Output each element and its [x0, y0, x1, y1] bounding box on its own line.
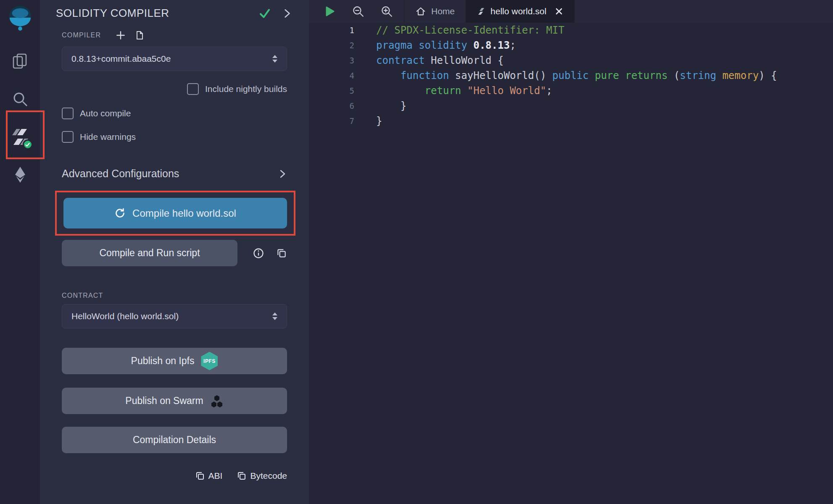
compile-button-label: Compile hello world.sol: [132, 207, 236, 219]
bytecode-label: Bytecode: [250, 471, 287, 481]
contract-select[interactable]: HelloWorld (hello world.sol): [62, 304, 287, 328]
auto-compile-row: Auto compile: [62, 107, 287, 120]
hide-warnings-row: Hide warnings: [62, 131, 287, 143]
file-explorer-icon[interactable]: [11, 52, 29, 71]
nightly-builds-checkbox[interactable]: [187, 83, 199, 95]
copy-bytecode-button[interactable]: Bytecode: [237, 471, 287, 481]
solidity-file-icon: [477, 7, 485, 16]
code-line-content: }: [354, 113, 382, 129]
compiler-label: COMPILER: [62, 32, 101, 39]
copy-icon: [237, 471, 247, 481]
info-icon[interactable]: [253, 247, 264, 259]
panel-body: COMPILER 0.8.13+commit.abaa5c0e: [40, 29, 309, 481]
ipfs-icon: IPFS: [201, 352, 218, 370]
compilation-details-label: Compilation Details: [133, 434, 216, 446]
editor-tabbar: Home hello world.sol: [309, 0, 833, 23]
chevron-right-icon[interactable]: [282, 8, 292, 18]
nightly-builds-row: Include nightly builds: [62, 83, 287, 95]
close-tab-icon[interactable]: [555, 7, 563, 16]
line-number: 2: [309, 38, 354, 53]
hide-warnings-label: Hide warnings: [80, 132, 136, 142]
code-line[interactable]: 2pragma solidity 0.8.13;: [309, 38, 833, 53]
panel-header: SOLIDITY COMPILER: [40, 0, 309, 20]
code-line[interactable]: 5 return "Hello World";: [309, 83, 833, 98]
copy-icon[interactable]: [276, 248, 287, 259]
line-number: 7: [309, 113, 354, 129]
line-number: 4: [309, 68, 354, 83]
home-icon: [415, 6, 426, 17]
select-arrows-icon: [272, 55, 277, 63]
abi-label: ABI: [208, 471, 223, 481]
abi-bytecode-row: ABI Bytecode: [62, 471, 287, 481]
code-line[interactable]: 3contract HelloWorld {: [309, 53, 833, 68]
editor-area: Home hello world.sol 1// SPD: [309, 0, 833, 504]
remix-ide: SOLIDITY COMPILER COMPILER: [0, 0, 833, 504]
nightly-builds-label: Include nightly builds: [205, 84, 287, 94]
compile-success-badge-icon: [23, 139, 33, 150]
icon-sidebar: [0, 0, 40, 504]
auto-compile-label: Auto compile: [80, 108, 131, 118]
deploy-run-icon[interactable]: [11, 165, 29, 184]
advanced-configurations-label: Advanced Configurations: [62, 168, 179, 180]
compile-run-row: Compile and Run script: [62, 240, 287, 266]
publish-ipfs-label: Publish on Ipfs: [131, 355, 195, 367]
hide-warnings-checkbox[interactable]: [62, 131, 74, 143]
compiler-label-row: COMPILER: [62, 29, 287, 42]
compiler-version-select[interactable]: 0.8.13+commit.abaa5c0e: [62, 47, 287, 71]
copy-abi-button[interactable]: ABI: [195, 471, 223, 481]
code-line[interactable]: 6 }: [309, 98, 833, 113]
compile-run-button[interactable]: Compile and Run script: [62, 240, 237, 266]
code-line[interactable]: 7}: [309, 113, 833, 129]
publish-swarm-button[interactable]: Publish on Swarm: [62, 388, 287, 414]
code-line[interactable]: 1// SPDX-License-Identifier: MIT: [309, 23, 833, 38]
refresh-icon: [114, 207, 126, 219]
tab-hello-world-sol[interactable]: hello world.sol: [466, 0, 575, 23]
chevron-right-icon: [278, 169, 287, 178]
code-line-content: // SPDX-License-Identifier: MIT: [354, 23, 564, 38]
code-line-content: contract HelloWorld {: [354, 53, 503, 68]
code-line-content: }: [354, 98, 406, 113]
compile-button[interactable]: Compile hello world.sol: [63, 198, 287, 228]
solidity-compiler-panel: SOLIDITY COMPILER COMPILER: [40, 0, 309, 504]
zoom-out-icon[interactable]: [352, 5, 364, 18]
compile-success-check-icon: [258, 7, 271, 20]
compile-run-label: Compile and Run script: [99, 247, 200, 259]
code-line-content: return "Hello World";: [354, 83, 552, 98]
run-script-icon[interactable]: [323, 5, 336, 18]
contract-label-row: CONTRACT: [62, 291, 287, 300]
publish-swarm-label: Publish on Swarm: [125, 395, 203, 407]
auto-compile-checkbox[interactable]: [62, 108, 74, 119]
line-number: 6: [309, 98, 354, 113]
code-editor[interactable]: 1// SPDX-License-Identifier: MIT2pragma …: [309, 23, 833, 504]
line-number: 1: [309, 23, 354, 38]
contract-label: CONTRACT: [62, 292, 103, 299]
editor-actions: [309, 0, 393, 23]
swarm-icon: [210, 394, 224, 408]
code-line[interactable]: 4 function sayHelloWorld() public pure r…: [309, 68, 833, 83]
advanced-configurations-toggle[interactable]: Advanced Configurations: [62, 168, 287, 180]
copy-icon: [195, 471, 205, 481]
highlight-box-compile-button: Compile hello world.sol: [55, 191, 295, 236]
ipfs-icon-text: IPFS: [203, 358, 216, 364]
panel-title: SOLIDITY COMPILER: [56, 7, 248, 20]
line-number: 5: [309, 83, 354, 98]
compiler-config-file-icon[interactable]: [134, 30, 145, 40]
tab-hello-world-label: hello world.sol: [490, 6, 546, 16]
code-line-content: function sayHelloWorld() public pure ret…: [354, 68, 777, 83]
contract-select-value: HelloWorld (hello world.sol): [71, 311, 179, 321]
solidity-compiler-icon[interactable]: [11, 128, 29, 146]
line-number: 3: [309, 53, 354, 68]
compiler-version-value: 0.8.13+commit.abaa5c0e: [71, 54, 171, 64]
remix-logo-icon[interactable]: [7, 5, 33, 31]
code-line-content: pragma solidity 0.8.13;: [354, 38, 516, 53]
tab-home-label: Home: [431, 6, 455, 16]
compilation-details-button[interactable]: Compilation Details: [62, 427, 287, 453]
add-compiler-icon[interactable]: [115, 30, 126, 41]
tab-home[interactable]: Home: [404, 0, 466, 23]
select-arrows-icon: [272, 312, 277, 320]
zoom-in-icon[interactable]: [380, 5, 393, 18]
search-icon[interactable]: [11, 90, 29, 108]
publish-ipfs-button[interactable]: Publish on Ipfs IPFS: [62, 348, 287, 374]
